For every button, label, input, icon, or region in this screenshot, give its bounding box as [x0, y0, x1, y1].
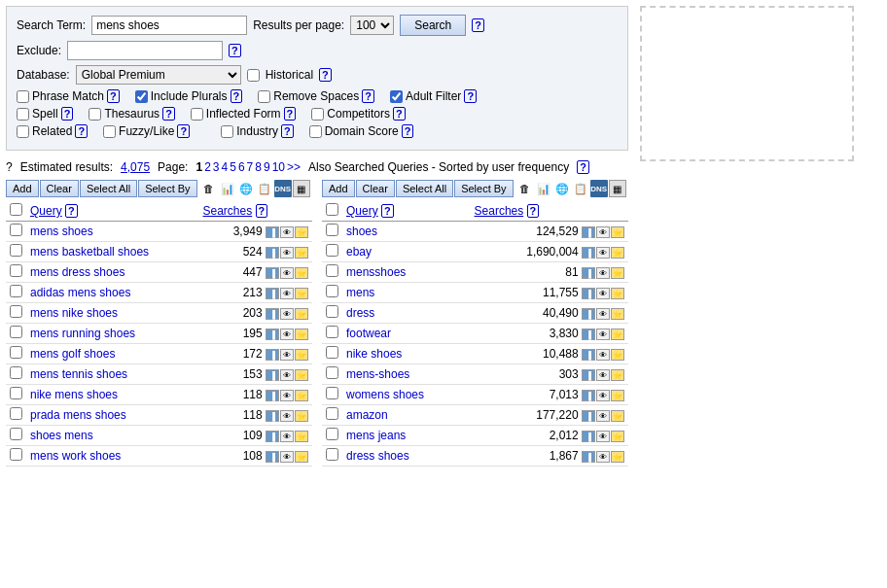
left-row-cb-6[interactable]	[10, 346, 22, 359]
left-bar-icon-9[interactable]: ▐	[266, 410, 279, 422]
right-select-by-button[interactable]: Select By	[454, 180, 513, 197]
left-query-link-2[interactable]: mens dress shoes	[30, 265, 124, 279]
right-searches-header[interactable]: Searches	[475, 204, 524, 218]
right-bar-icon-10[interactable]: ▐	[582, 431, 595, 442]
left-eye-icon-0[interactable]: 👁	[280, 226, 294, 238]
left-star-icon-8[interactable]: ⭐	[295, 390, 308, 401]
historical-checkbox[interactable]	[247, 69, 260, 82]
right-eye-icon-4[interactable]: 👁	[596, 308, 610, 320]
left-star-icon-6[interactable]: ⭐	[295, 349, 308, 361]
right-star-icon-3[interactable]: ⭐	[611, 288, 624, 299]
left-bar-icon-11[interactable]: ▐	[266, 451, 279, 463]
right-bar-icon-5[interactable]: ▐	[582, 329, 595, 340]
left-bar-icon-3[interactable]: ▐	[266, 288, 279, 299]
competitors-help[interactable]: ?	[393, 107, 406, 121]
right-bar-icon-8[interactable]: ▐	[582, 390, 595, 401]
left-dns-icon[interactable]: DNS	[274, 180, 292, 197]
left-bar-icon-1[interactable]: ▐	[266, 247, 279, 259]
right-query-link-4[interactable]: dress	[346, 306, 374, 320]
page-more[interactable]: >>	[287, 160, 301, 174]
right-bar-icon-7[interactable]: ▐	[582, 369, 595, 381]
right-query-link-11[interactable]: dress shoes	[346, 449, 409, 463]
left-query-link-1[interactable]: mens basketball shoes	[30, 245, 149, 259]
left-eye-icon-8[interactable]: 👁	[280, 390, 294, 401]
right-bar-icon-0[interactable]: ▐	[582, 226, 595, 238]
left-query-link-7[interactable]: mens tennis shoes	[30, 367, 127, 381]
left-star-icon-2[interactable]: ⭐	[295, 267, 308, 279]
left-bar-icon-2[interactable]: ▐	[266, 267, 279, 279]
inflected-form-help[interactable]: ?	[284, 107, 297, 121]
right-row-cb-7[interactable]	[326, 366, 338, 379]
page-3[interactable]: 3	[213, 160, 220, 174]
right-export-icon[interactable]: 🌐	[553, 180, 571, 197]
page-1[interactable]: 1	[195, 160, 202, 174]
right-query-link-1[interactable]: ebay	[346, 245, 372, 259]
right-star-icon-2[interactable]: ⭐	[611, 267, 624, 279]
right-star-icon-6[interactable]: ⭐	[611, 349, 624, 361]
right-star-icon-11[interactable]: ⭐	[611, 451, 624, 463]
right-chart-icon[interactable]: 📊	[535, 180, 552, 197]
left-eye-icon-4[interactable]: 👁	[280, 308, 294, 320]
left-grid-icon[interactable]: ▦	[293, 180, 310, 197]
left-query-link-10[interactable]: shoes mens	[30, 429, 93, 442]
left-trash-icon[interactable]: 🗑	[200, 180, 218, 197]
right-searches-header-help[interactable]: ?	[527, 204, 540, 218]
left-eye-icon-7[interactable]: 👁	[280, 369, 294, 381]
left-add-button[interactable]: Add	[6, 180, 39, 197]
right-star-icon-7[interactable]: ⭐	[611, 369, 624, 381]
page-5[interactable]: 5	[230, 160, 236, 174]
left-star-icon-1[interactable]: ⭐	[295, 247, 308, 259]
right-query-link-7[interactable]: mens-shoes	[346, 367, 409, 381]
spell-checkbox[interactable]	[17, 108, 29, 121]
left-row-cb-5[interactable]	[10, 326, 22, 338]
left-query-link-0[interactable]: mens shoes	[30, 225, 93, 238]
left-query-link-5[interactable]: mens running shoes	[30, 327, 135, 340]
left-export-icon[interactable]: 🌐	[237, 180, 255, 197]
right-bar-icon-9[interactable]: ▐	[582, 410, 595, 422]
left-query-link-6[interactable]: mens golf shoes	[30, 347, 115, 361]
left-bar-icon-7[interactable]: ▐	[266, 369, 279, 381]
thesaurus-checkbox[interactable]	[89, 108, 101, 121]
related-checkbox[interactable]	[17, 125, 29, 138]
right-star-icon-1[interactable]: ⭐	[611, 247, 624, 259]
left-star-icon-3[interactable]: ⭐	[295, 288, 308, 299]
search-term-input[interactable]	[91, 16, 247, 35]
right-star-icon-4[interactable]: ⭐	[611, 308, 624, 320]
left-searches-header[interactable]: Searches	[203, 204, 253, 218]
right-star-icon-0[interactable]: ⭐	[611, 226, 624, 238]
left-chart-icon[interactable]: 📊	[219, 180, 236, 197]
left-row-cb-4[interactable]	[10, 305, 22, 318]
right-query-link-8[interactable]: womens shoes	[346, 388, 424, 401]
historical-help[interactable]: ?	[319, 68, 332, 82]
left-row-cb-1[interactable]	[10, 244, 22, 257]
left-bar-icon-10[interactable]: ▐	[266, 431, 279, 442]
right-star-icon-9[interactable]: ⭐	[611, 410, 624, 422]
right-query-link-9[interactable]: amazon	[346, 408, 388, 422]
thesaurus-help[interactable]: ?	[162, 107, 175, 121]
left-eye-icon-10[interactable]: 👁	[280, 431, 294, 442]
search-button[interactable]: Search	[400, 15, 466, 36]
right-grid-icon[interactable]: ▦	[609, 180, 626, 197]
right-row-cb-10[interactable]	[326, 428, 338, 440]
right-eye-icon-0[interactable]: 👁	[596, 226, 610, 238]
right-query-link-10[interactable]: mens jeans	[346, 429, 406, 442]
industry-help[interactable]: ?	[281, 124, 294, 138]
right-query-link-6[interactable]: nike shoes	[346, 347, 402, 361]
right-eye-icon-3[interactable]: 👁	[596, 288, 610, 299]
left-select-all-cb[interactable]	[10, 203, 22, 216]
left-query-link-4[interactable]: mens nike shoes	[30, 306, 118, 320]
right-eye-icon-1[interactable]: 👁	[596, 247, 610, 259]
right-row-cb-4[interactable]	[326, 305, 338, 318]
right-query-link-2[interactable]: mensshoes	[346, 265, 406, 279]
right-clear-button[interactable]: Clear	[356, 180, 395, 197]
left-bar-icon-0[interactable]: ▐	[266, 226, 279, 238]
left-bar-icon-4[interactable]: ▐	[266, 308, 279, 320]
right-bar-icon-11[interactable]: ▐	[582, 451, 595, 463]
left-row-cb-11[interactable]	[10, 448, 22, 461]
page-10[interactable]: 10	[272, 160, 285, 174]
right-row-cb-2[interactable]	[326, 264, 338, 277]
right-dns-icon[interactable]: DNS	[590, 180, 608, 197]
page-2[interactable]: 2	[204, 160, 211, 174]
left-star-icon-10[interactable]: ⭐	[295, 431, 308, 442]
left-row-cb-7[interactable]	[10, 366, 22, 379]
